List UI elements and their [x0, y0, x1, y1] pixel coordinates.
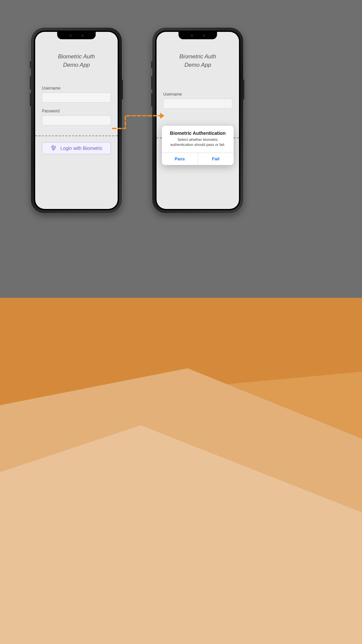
dialog-title: Biometric Authentication [166, 130, 230, 136]
username-input[interactable] [42, 93, 111, 103]
phone-mockups-row: Biometric Auth Demo App Username Passwor… [0, 0, 362, 213]
app-title-line1: Biometric Auth [35, 53, 118, 61]
username-label: Username [163, 92, 232, 97]
app-title-line1: Biometric Auth [157, 53, 239, 61]
dialog-pass-button[interactable]: Pass [162, 153, 198, 165]
phone-side-button [122, 79, 123, 100]
app-title: Biometric Auth Demo App [157, 53, 239, 69]
phone-side-button [30, 93, 31, 106]
app-title-line2: Demo App [157, 61, 239, 69]
phone-side-button [151, 93, 152, 106]
username-input[interactable] [163, 99, 232, 109]
dialog-header: Biometric Authentication Select whether … [162, 126, 234, 153]
phone-side-button [30, 76, 31, 90]
phone-side-button [30, 61, 31, 68]
app-title: Biometric Auth Demo App [35, 53, 118, 69]
biometric-auth-dialog: Biometric Authentication Select whether … [162, 126, 234, 165]
phone-screen: Biometric Auth Demo App Username . [157, 32, 239, 209]
demo-illustration-area: Biometric Auth Demo App Username Passwor… [0, 0, 362, 298]
login-form: Username Password [35, 69, 118, 131]
phone-bezel: Biometric Auth Demo App Username Passwor… [34, 31, 119, 210]
phone-side-button [243, 79, 244, 100]
background-geometric-panel [0, 298, 362, 644]
fingerprint-icon [50, 145, 57, 152]
phone-mockup-right: Biometric Auth Demo App Username . [152, 28, 243, 213]
dialog-fail-button[interactable]: Fail [198, 153, 234, 165]
phone-screen: Biometric Auth Demo App Username Passwor… [35, 32, 118, 209]
dialog-subtitle: Select whether biometric authentication … [166, 137, 230, 147]
password-input[interactable] [42, 115, 111, 125]
phone-notch [57, 32, 96, 39]
phone-notch [179, 32, 217, 39]
password-label: Password [42, 109, 111, 113]
dialog-actions: Pass Fail [162, 153, 234, 165]
phone-mockup-left: Biometric Auth Demo App Username Passwor… [31, 28, 122, 213]
app-login-screen: Biometric Auth Demo App Username Passwor… [35, 32, 118, 209]
biometric-button-label: Login with Biometric [60, 146, 102, 151]
phone-side-button [151, 76, 152, 90]
login-with-biometric-button[interactable]: Login with Biometric [42, 142, 111, 154]
username-label: Username [42, 86, 111, 91]
form-divider [35, 136, 118, 136]
app-title-line2: Demo App [35, 61, 118, 69]
phone-bezel: Biometric Auth Demo App Username . [155, 31, 240, 210]
app-login-screen-with-dialog: Biometric Auth Demo App Username . [157, 32, 239, 209]
phone-side-button [151, 61, 152, 68]
